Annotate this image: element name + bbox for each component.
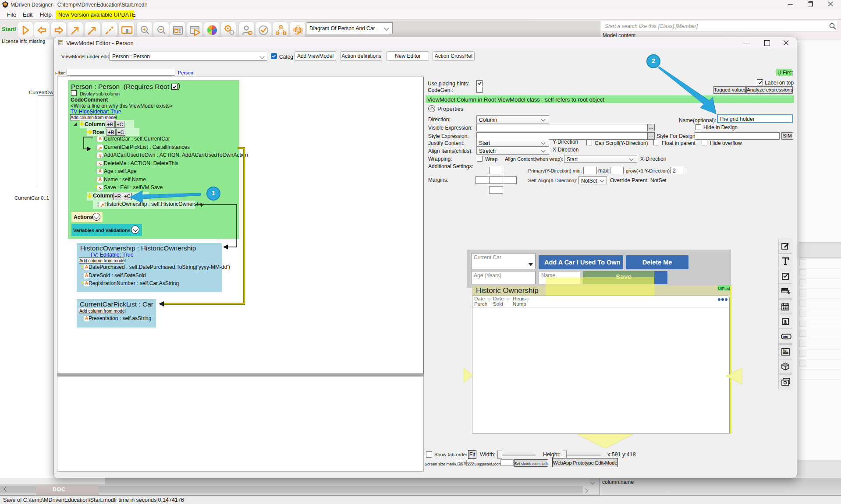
- svg-text:list: list: [783, 349, 788, 352]
- svg-text:btn: btn: [783, 335, 788, 338]
